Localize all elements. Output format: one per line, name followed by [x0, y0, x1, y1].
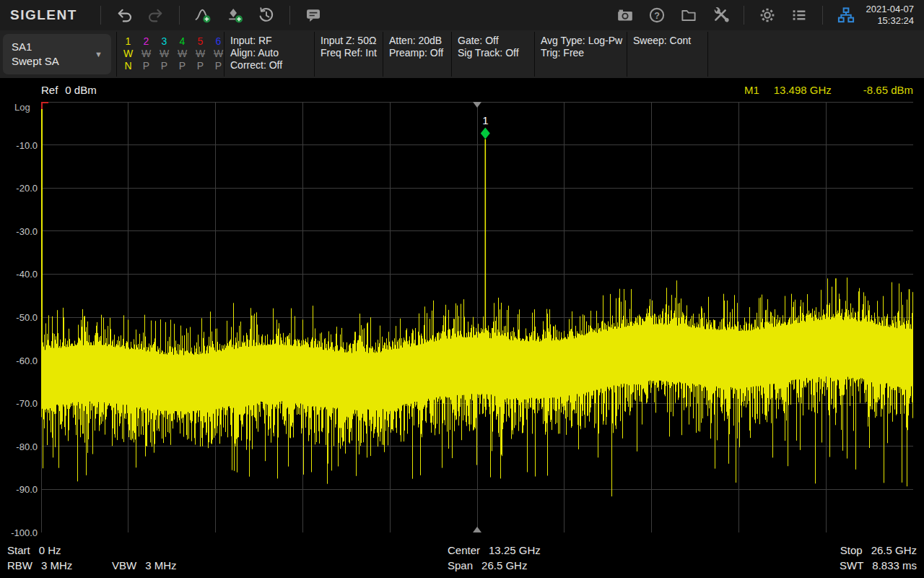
settings-group-6[interactable]: Sweep: Cont [627, 30, 707, 78]
help-button[interactable]: ? [641, 0, 673, 30]
chevron-down-icon: ▼ [95, 50, 111, 59]
mode-type: Swept SA [12, 54, 95, 69]
settings-separator [707, 32, 708, 77]
settings-separator [627, 32, 627, 77]
marker-readout: M113.498 GHz-8.65 dBm [744, 84, 913, 96]
settings-gear-icon [759, 7, 776, 24]
marker-add-icon [226, 7, 243, 24]
toolbar-separator [822, 6, 823, 25]
y-tick-label: -60.0 [3, 355, 38, 366]
time-text: 15:32:24 [866, 15, 915, 27]
date-text: 2021-04-07 [866, 4, 915, 15]
redo-button[interactable] [140, 0, 172, 30]
toolbar-separator [744, 6, 744, 25]
lan-network-icon [837, 7, 855, 24]
ref-level-readout: Ref0 dBm [41, 84, 97, 96]
recall-history-button[interactable] [250, 0, 282, 30]
top-toolbar: SIGLENT [0, 0, 924, 30]
trace-indicator-5[interactable]: 5WP [191, 35, 209, 72]
undo-button[interactable] [108, 0, 140, 30]
redo-icon [147, 7, 165, 24]
trace-number: 4 [173, 35, 191, 48]
tools-button[interactable] [705, 0, 736, 30]
spectrum-plot: 1 [41, 102, 913, 532]
trace-detector-state: N [119, 60, 137, 72]
rbw-readout: RBW3 MHz [7, 559, 72, 571]
screenshot-button[interactable] [609, 0, 641, 30]
settings-bar: SA1 Swept SA ▼ 1WN2WP3WP4WP5WP6WP Input:… [0, 30, 924, 78]
setting-line: Input Z: 50Ω [321, 35, 383, 47]
setting-line: Sweep: Cont [633, 35, 707, 47]
tools-icon [712, 7, 729, 24]
y-tick-label: -10.0 [3, 140, 38, 151]
datetime-display: 2021-04-07 15:32:24 [862, 4, 924, 27]
settings-group-5[interactable]: Avg Type: Log-PwTrig: Free [534, 30, 627, 78]
peak-add-button[interactable] [187, 0, 219, 30]
trace-write-state: W [137, 48, 155, 60]
help-icon: ? [648, 7, 666, 24]
settings-separator [314, 32, 315, 77]
setting-line: Sig Track: Off [458, 47, 534, 59]
settings-gear-button[interactable] [751, 0, 783, 30]
lan-network-button[interactable] [830, 0, 862, 30]
menu-list-button[interactable] [783, 0, 815, 30]
y-tick-label: -80.0 [3, 441, 38, 452]
screenshot-icon [616, 7, 634, 24]
y-tick-label: -100.0 [3, 527, 38, 538]
trace-detector-state: P [173, 60, 191, 72]
message-button[interactable] [297, 0, 329, 30]
scale-type-label: Log [14, 102, 30, 113]
peak-add-icon [194, 7, 212, 24]
toolbar-separator [100, 6, 101, 25]
y-tick-label: -30.0 [3, 226, 38, 237]
setting-line: Freq Ref: Int [321, 47, 383, 59]
ref-value: 0 dBm [65, 84, 96, 96]
setting-line: Avg Type: Log-Pw [541, 35, 627, 47]
settings-group-4[interactable]: Gate: OffSig Track: Off [451, 30, 534, 78]
setting-line: Align: Auto [230, 47, 314, 59]
y-tick-label: -70.0 [3, 398, 38, 409]
settings-separator [451, 32, 452, 77]
trace-indicator-4[interactable]: 4WP [173, 35, 191, 72]
trace-write-state: W [191, 48, 209, 60]
y-tick-label: -90.0 [3, 484, 38, 495]
marker-frequency: 13.498 GHz [774, 84, 832, 96]
settings-group-2[interactable]: Input Z: 50ΩFreq Ref: Int [314, 30, 383, 78]
svg-text:?: ? [654, 11, 660, 21]
y-tick-label: -40.0 [3, 269, 38, 280]
trace-indicator-2[interactable]: 2WP [137, 35, 155, 72]
file-icon [680, 7, 697, 24]
settings-group-3[interactable]: Atten: 20dBPreamp: Off [383, 30, 451, 78]
trace-write-state: W [119, 48, 137, 60]
vbw-readout: VBW3 MHz [112, 559, 177, 571]
file-button[interactable] [673, 0, 705, 30]
recall-history-icon [258, 7, 275, 24]
settings-separator [116, 32, 117, 77]
marker-level: -8.65 dBm [863, 84, 913, 96]
sweep-time-readout: SWT8.833 ms [840, 559, 917, 571]
menu-list-icon [790, 7, 808, 24]
settings-group-1[interactable]: Input: RFAlign: AutoCorrect: Off [224, 30, 314, 78]
trace-indicators: 1WN2WP3WP4WP5WP6WP [119, 35, 227, 72]
trace-detector-state: P [191, 60, 209, 72]
y-tick-label: -20.0 [3, 183, 38, 194]
setting-line: Gate: Off [458, 35, 534, 47]
trace-indicator-1[interactable]: 1WN [119, 35, 137, 72]
trace-indicator-3[interactable]: 3WP [155, 35, 173, 72]
trace-number: 2 [137, 35, 155, 48]
undo-icon [116, 7, 133, 24]
settings-groups: Input: RFAlign: AutoCorrect: OffInput Z:… [224, 30, 707, 78]
toolbar-right-group: ? [609, 0, 924, 30]
trace-number: 5 [191, 35, 209, 48]
toolbar-separator [289, 6, 290, 25]
mode-selector[interactable]: SA1 Swept SA ▼ [3, 34, 111, 74]
center-freq-readout: Center13.25 GHz [448, 544, 541, 556]
trace-number: 1 [119, 35, 137, 48]
y-tick-label: -50.0 [3, 312, 38, 323]
settings-separator [383, 32, 383, 77]
spectrum-analyzer-screen: SIGLENT [0, 0, 924, 578]
marker-add-button[interactable] [219, 0, 250, 30]
setting-line: Correct: Off [230, 59, 314, 72]
setting-line: Trig: Free [541, 47, 627, 59]
trace-write-state: W [155, 48, 173, 60]
